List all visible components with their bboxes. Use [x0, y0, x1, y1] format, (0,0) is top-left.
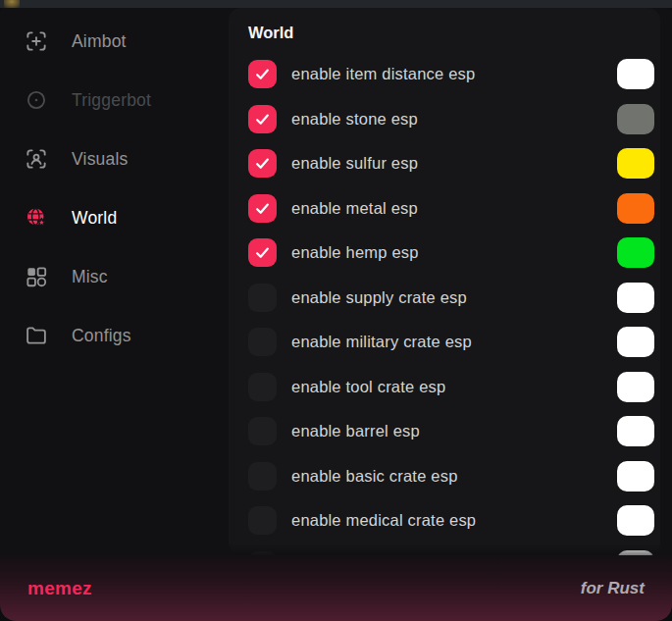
esp-option-label: enable hemp esp	[291, 243, 419, 262]
esp-checkbox[interactable]	[248, 373, 277, 401]
esp-color-swatch[interactable]	[617, 148, 654, 179]
esp-option-label: enable metal esp	[291, 199, 418, 218]
sidebar-item-triggerbot[interactable]: Triggerbot	[0, 71, 229, 129]
sidebar-item-label: Triggerbot	[72, 90, 151, 111]
sidebar-item-label: Misc	[72, 267, 108, 287]
esp-checkbox[interactable]	[248, 194, 277, 223]
sidebar-item-configs[interactable]: Configs	[0, 306, 229, 365]
esp-option-row: enable metal esp	[248, 186, 654, 232]
esp-color-swatch[interactable]	[617, 505, 654, 536]
esp-options-list: enable item distance esp enable stone es…	[248, 52, 654, 555]
sidebar-item-visuals[interactable]: Visuals	[0, 129, 229, 188]
esp-checkbox[interactable]	[248, 506, 277, 535]
esp-checkbox[interactable]	[248, 462, 277, 491]
sidebar-item-world[interactable]: World	[0, 188, 229, 247]
esp-color-swatch[interactable]	[617, 104, 654, 134]
esp-color-swatch[interactable]	[617, 237, 654, 268]
esp-checkbox[interactable]	[248, 328, 277, 356]
configs-folder-icon	[24, 323, 49, 348]
esp-option-label: enable barrel esp	[291, 422, 420, 440]
misc-grid-icon	[24, 264, 49, 289]
esp-option-label: enable stone esp	[291, 110, 418, 129]
checkmark-icon	[254, 111, 271, 128]
esp-option-row	[248, 543, 654, 556]
cheat-menu-window: Aimbot Triggerbot Visuals	[0, 8, 672, 621]
esp-checkbox[interactable]	[248, 60, 277, 88]
world-settings-panel: World enable item distance esp enable st…	[229, 8, 660, 555]
esp-checkbox[interactable]	[248, 105, 277, 133]
checkmark-icon	[254, 155, 271, 172]
brand-name: memez	[27, 578, 92, 599]
esp-checkbox[interactable]	[248, 284, 277, 312]
esp-option-row: enable basic crate esp	[248, 454, 654, 499]
sidebar-item-label: World	[72, 208, 117, 229]
sidebar-item-misc[interactable]: Misc	[0, 247, 229, 306]
esp-color-swatch[interactable]	[617, 193, 654, 224]
esp-checkbox[interactable]	[248, 417, 277, 445]
esp-color-swatch[interactable]	[617, 461, 654, 492]
esp-option-label: enable item distance esp	[291, 65, 475, 83]
aimbot-crosshair-icon	[24, 28, 49, 54]
triggerbot-target-icon	[24, 87, 49, 113]
esp-checkbox[interactable]	[248, 149, 277, 178]
checkmark-icon	[254, 200, 271, 217]
esp-color-swatch[interactable]	[617, 372, 654, 402]
esp-option-row: enable hemp esp	[248, 231, 654, 276]
esp-color-swatch[interactable]	[617, 59, 654, 89]
esp-option-row: enable barrel esp	[248, 409, 654, 454]
esp-option-label: enable military crate esp	[291, 333, 472, 351]
esp-option-label: enable basic crate esp	[291, 467, 458, 486]
esp-option-row: enable supply crate esp	[248, 276, 654, 321]
esp-option-label: enable medical crate esp	[291, 511, 476, 530]
game-background-strip	[0, 0, 672, 8]
esp-option-label: enable tool crate esp	[291, 378, 445, 396]
esp-option-row: enable tool crate esp	[248, 365, 654, 410]
sidebar-item-label: Configs	[72, 326, 131, 346]
visuals-person-scan-icon	[24, 146, 49, 172]
esp-color-swatch[interactable]	[617, 327, 654, 357]
esp-option-row: enable medical crate esp	[248, 498, 654, 543]
checkmark-icon	[254, 244, 271, 261]
esp-checkbox[interactable]	[248, 238, 277, 267]
esp-option-label: enable supply crate esp	[291, 288, 467, 307]
esp-option-label: enable sulfur esp	[291, 154, 418, 173]
sidebar-item-aimbot[interactable]: Aimbot	[0, 12, 229, 71]
checkmark-icon	[254, 66, 271, 82]
product-tagline: for Rust	[581, 579, 645, 598]
esp-option-row: enable sulfur esp	[248, 141, 654, 186]
esp-color-swatch[interactable]	[617, 283, 654, 313]
background-artifact	[4, 0, 20, 8]
panel-title: World	[248, 20, 654, 52]
esp-option-row: enable item distance esp	[248, 52, 654, 97]
esp-option-row: enable stone esp	[248, 97, 654, 142]
esp-color-swatch[interactable]	[617, 416, 654, 446]
sidebar-item-label: Aimbot	[72, 31, 127, 52]
sidebar: Aimbot Triggerbot Visuals	[0, 8, 229, 555]
esp-option-row: enable military crate esp	[248, 320, 654, 365]
sidebar-item-label: Visuals	[72, 149, 129, 170]
footer-bar: memez for Rust	[0, 555, 672, 621]
world-globe-icon	[24, 205, 49, 231]
